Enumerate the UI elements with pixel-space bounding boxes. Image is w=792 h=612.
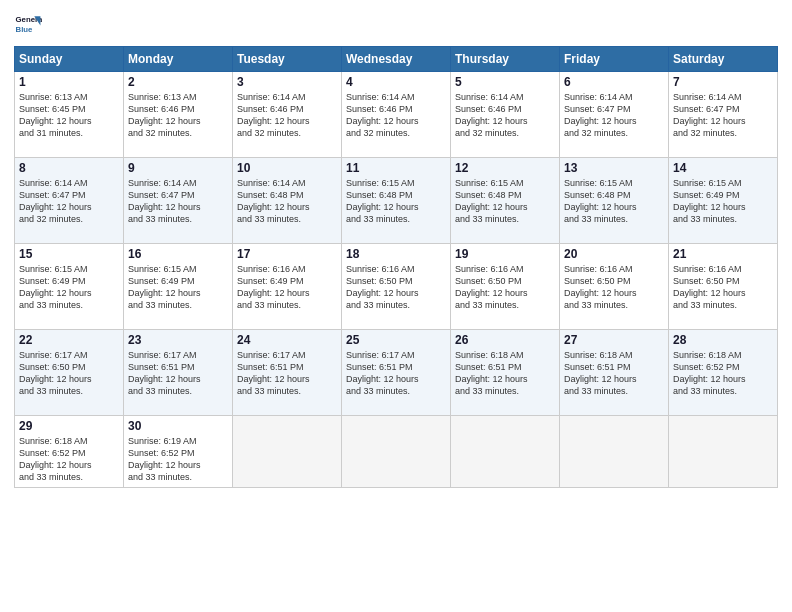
daylight-mins: and 33 minutes. bbox=[128, 300, 192, 310]
sunrise-label: Sunrise: 6:14 AM bbox=[455, 92, 524, 102]
day-number: 16 bbox=[128, 247, 228, 261]
sunrise-label: Sunrise: 6:14 AM bbox=[673, 92, 742, 102]
sunrise-label: Sunrise: 6:17 AM bbox=[19, 350, 88, 360]
daylight-label: Daylight: 12 hours bbox=[673, 288, 746, 298]
sunrise-label: Sunrise: 6:18 AM bbox=[19, 436, 88, 446]
sunset-label: Sunset: 6:50 PM bbox=[346, 276, 413, 286]
calendar-cell: 26 Sunrise: 6:18 AM Sunset: 6:51 PM Dayl… bbox=[451, 330, 560, 416]
calendar-cell: 4 Sunrise: 6:14 AM Sunset: 6:46 PM Dayli… bbox=[342, 72, 451, 158]
daylight-label: Daylight: 12 hours bbox=[237, 202, 310, 212]
calendar-cell: 7 Sunrise: 6:14 AM Sunset: 6:47 PM Dayli… bbox=[669, 72, 778, 158]
day-number: 8 bbox=[19, 161, 119, 175]
weekday-header: Thursday bbox=[451, 47, 560, 72]
daylight-label: Daylight: 12 hours bbox=[237, 288, 310, 298]
day-info: Sunrise: 6:17 AM Sunset: 6:51 PM Dayligh… bbox=[346, 349, 446, 398]
sunset-label: Sunset: 6:47 PM bbox=[128, 190, 195, 200]
day-number: 27 bbox=[564, 333, 664, 347]
weekday-header: Saturday bbox=[669, 47, 778, 72]
page-container: General Blue SundayMondayTuesdayWednesda… bbox=[0, 0, 792, 612]
daylight-label: Daylight: 12 hours bbox=[455, 288, 528, 298]
calendar-cell: 15 Sunrise: 6:15 AM Sunset: 6:49 PM Dayl… bbox=[15, 244, 124, 330]
day-info: Sunrise: 6:14 AM Sunset: 6:48 PM Dayligh… bbox=[237, 177, 337, 226]
sunset-label: Sunset: 6:51 PM bbox=[128, 362, 195, 372]
sunset-label: Sunset: 6:46 PM bbox=[455, 104, 522, 114]
day-info: Sunrise: 6:15 AM Sunset: 6:49 PM Dayligh… bbox=[128, 263, 228, 312]
calendar-cell: 23 Sunrise: 6:17 AM Sunset: 6:51 PM Dayl… bbox=[124, 330, 233, 416]
sunrise-label: Sunrise: 6:14 AM bbox=[346, 92, 415, 102]
calendar-cell bbox=[560, 416, 669, 488]
daylight-mins: and 33 minutes. bbox=[673, 300, 737, 310]
day-info: Sunrise: 6:17 AM Sunset: 6:51 PM Dayligh… bbox=[237, 349, 337, 398]
sunrise-label: Sunrise: 6:15 AM bbox=[19, 264, 88, 274]
day-info: Sunrise: 6:18 AM Sunset: 6:51 PM Dayligh… bbox=[564, 349, 664, 398]
logo: General Blue bbox=[14, 10, 42, 38]
sunset-label: Sunset: 6:50 PM bbox=[673, 276, 740, 286]
calendar-cell: 11 Sunrise: 6:15 AM Sunset: 6:48 PM Dayl… bbox=[342, 158, 451, 244]
calendar-cell: 28 Sunrise: 6:18 AM Sunset: 6:52 PM Dayl… bbox=[669, 330, 778, 416]
daylight-label: Daylight: 12 hours bbox=[564, 202, 637, 212]
day-info: Sunrise: 6:18 AM Sunset: 6:52 PM Dayligh… bbox=[19, 435, 119, 484]
daylight-label: Daylight: 12 hours bbox=[128, 288, 201, 298]
day-number: 20 bbox=[564, 247, 664, 261]
day-number: 25 bbox=[346, 333, 446, 347]
daylight-label: Daylight: 12 hours bbox=[455, 374, 528, 384]
day-info: Sunrise: 6:14 AM Sunset: 6:46 PM Dayligh… bbox=[455, 91, 555, 140]
day-number: 19 bbox=[455, 247, 555, 261]
day-number: 14 bbox=[673, 161, 773, 175]
daylight-mins: and 32 minutes. bbox=[673, 128, 737, 138]
sunset-label: Sunset: 6:47 PM bbox=[673, 104, 740, 114]
sunset-label: Sunset: 6:46 PM bbox=[346, 104, 413, 114]
week-row: 8 Sunrise: 6:14 AM Sunset: 6:47 PM Dayli… bbox=[15, 158, 778, 244]
calendar-cell bbox=[233, 416, 342, 488]
daylight-mins: and 33 minutes. bbox=[128, 214, 192, 224]
sunset-label: Sunset: 6:49 PM bbox=[19, 276, 86, 286]
day-number: 29 bbox=[19, 419, 119, 433]
daylight-mins: and 33 minutes. bbox=[237, 386, 301, 396]
daylight-mins: and 32 minutes. bbox=[455, 128, 519, 138]
sunrise-label: Sunrise: 6:15 AM bbox=[346, 178, 415, 188]
day-info: Sunrise: 6:15 AM Sunset: 6:48 PM Dayligh… bbox=[455, 177, 555, 226]
calendar-cell: 13 Sunrise: 6:15 AM Sunset: 6:48 PM Dayl… bbox=[560, 158, 669, 244]
daylight-mins: and 33 minutes. bbox=[237, 214, 301, 224]
day-info: Sunrise: 6:14 AM Sunset: 6:46 PM Dayligh… bbox=[237, 91, 337, 140]
week-row: 22 Sunrise: 6:17 AM Sunset: 6:50 PM Dayl… bbox=[15, 330, 778, 416]
sunset-label: Sunset: 6:51 PM bbox=[564, 362, 631, 372]
daylight-mins: and 33 minutes. bbox=[346, 300, 410, 310]
sunset-label: Sunset: 6:50 PM bbox=[564, 276, 631, 286]
sunset-label: Sunset: 6:52 PM bbox=[128, 448, 195, 458]
day-info: Sunrise: 6:17 AM Sunset: 6:51 PM Dayligh… bbox=[128, 349, 228, 398]
day-number: 24 bbox=[237, 333, 337, 347]
calendar-cell: 30 Sunrise: 6:19 AM Sunset: 6:52 PM Dayl… bbox=[124, 416, 233, 488]
calendar-cell: 9 Sunrise: 6:14 AM Sunset: 6:47 PM Dayli… bbox=[124, 158, 233, 244]
daylight-label: Daylight: 12 hours bbox=[19, 460, 92, 470]
day-number: 15 bbox=[19, 247, 119, 261]
day-number: 7 bbox=[673, 75, 773, 89]
sunset-label: Sunset: 6:47 PM bbox=[19, 190, 86, 200]
calendar-cell: 18 Sunrise: 6:16 AM Sunset: 6:50 PM Dayl… bbox=[342, 244, 451, 330]
daylight-label: Daylight: 12 hours bbox=[237, 116, 310, 126]
calendar-cell: 1 Sunrise: 6:13 AM Sunset: 6:45 PM Dayli… bbox=[15, 72, 124, 158]
sunset-label: Sunset: 6:52 PM bbox=[673, 362, 740, 372]
daylight-mins: and 33 minutes. bbox=[455, 214, 519, 224]
day-number: 13 bbox=[564, 161, 664, 175]
day-info: Sunrise: 6:15 AM Sunset: 6:49 PM Dayligh… bbox=[19, 263, 119, 312]
daylight-mins: and 33 minutes. bbox=[564, 300, 628, 310]
day-number: 4 bbox=[346, 75, 446, 89]
daylight-mins: and 33 minutes. bbox=[128, 386, 192, 396]
calendar-cell: 6 Sunrise: 6:14 AM Sunset: 6:47 PM Dayli… bbox=[560, 72, 669, 158]
sunrise-label: Sunrise: 6:13 AM bbox=[128, 92, 197, 102]
day-info: Sunrise: 6:16 AM Sunset: 6:50 PM Dayligh… bbox=[564, 263, 664, 312]
day-number: 2 bbox=[128, 75, 228, 89]
daylight-label: Daylight: 12 hours bbox=[128, 374, 201, 384]
daylight-mins: and 33 minutes. bbox=[564, 386, 628, 396]
sunset-label: Sunset: 6:50 PM bbox=[455, 276, 522, 286]
calendar-cell bbox=[669, 416, 778, 488]
day-info: Sunrise: 6:14 AM Sunset: 6:47 PM Dayligh… bbox=[128, 177, 228, 226]
daylight-label: Daylight: 12 hours bbox=[128, 460, 201, 470]
week-row: 29 Sunrise: 6:18 AM Sunset: 6:52 PM Dayl… bbox=[15, 416, 778, 488]
day-info: Sunrise: 6:15 AM Sunset: 6:48 PM Dayligh… bbox=[564, 177, 664, 226]
sunrise-label: Sunrise: 6:17 AM bbox=[128, 350, 197, 360]
day-number: 18 bbox=[346, 247, 446, 261]
daylight-label: Daylight: 12 hours bbox=[564, 288, 637, 298]
sunset-label: Sunset: 6:51 PM bbox=[455, 362, 522, 372]
